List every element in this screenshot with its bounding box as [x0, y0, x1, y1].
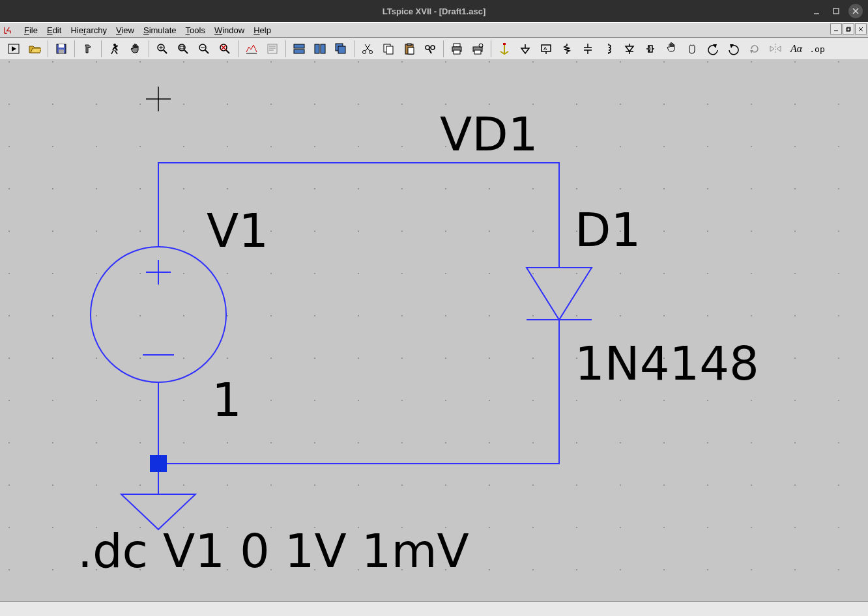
svg-rect-49	[454, 50, 460, 54]
svg-rect-31	[294, 49, 304, 53]
svg-rect-30	[294, 44, 304, 48]
halt-button[interactable]	[126, 39, 145, 59]
svg-rect-1	[833, 8, 839, 14]
inductor-button[interactable]	[599, 39, 618, 59]
window-controls	[808, 0, 864, 22]
svg-marker-67	[713, 44, 717, 48]
svg-rect-12	[59, 44, 64, 48]
mdi-close-button[interactable]	[855, 23, 867, 35]
svg-rect-35	[338, 46, 345, 53]
run-button[interactable]	[4, 39, 23, 59]
menu-simulate[interactable]: SimulateSimulate	[143, 25, 177, 35]
wire-junction[interactable]	[150, 455, 167, 472]
error-log-button[interactable]	[263, 39, 282, 59]
svg-line-16	[164, 50, 167, 53]
paste-button[interactable]	[399, 39, 419, 59]
zoom-fit-button[interactable]	[215, 39, 235, 59]
spice-directive-text[interactable]: .dc V1 0 1V 1mV	[78, 524, 469, 578]
find-button[interactable]	[420, 39, 440, 59]
window-titlebar: LTspice XVII - [Draft1.asc]	[0, 0, 868, 22]
svg-line-20	[184, 50, 188, 53]
window-title: LTspice XVII - [Draft1.asc]	[383, 7, 485, 16]
resistor-button[interactable]	[557, 39, 577, 59]
spice-directive-button[interactable]: .op	[807, 39, 827, 59]
d1-name-label[interactable]: D1	[575, 203, 641, 257]
copy-button[interactable]	[379, 39, 398, 59]
tile-h-button[interactable]	[289, 39, 309, 59]
svg-rect-47	[454, 44, 460, 47]
control-panel-button[interactable]	[78, 39, 98, 59]
component-button[interactable]	[641, 39, 660, 59]
toolbar-separator	[443, 40, 444, 57]
svg-rect-51	[474, 50, 481, 54]
menu-hierarchy[interactable]: HierarchyHierarchy	[70, 25, 107, 35]
toolbar-separator	[238, 40, 239, 57]
svg-text:A: A	[543, 46, 547, 51]
menu-edit[interactable]: EditEdit	[47, 25, 61, 35]
minimize-button[interactable]	[808, 4, 825, 18]
text-tool-label: Aα	[789, 43, 803, 55]
schematic-canvas[interactable]: VD1 V1 1 D1 1N4148 .dc V1 0 1V 1mV	[0, 59, 868, 602]
svg-rect-32	[315, 44, 319, 53]
ground-button[interactable]	[515, 39, 535, 59]
toolbar-separator	[491, 40, 491, 57]
menu-tools[interactable]: ToolsTools	[186, 25, 205, 35]
text-tool-button[interactable]: Aα	[787, 39, 806, 59]
menu-help[interactable]: HelpHelp	[253, 25, 271, 35]
close-button[interactable]	[847, 4, 864, 18]
mirror-button[interactable]	[766, 39, 785, 59]
svg-rect-29	[268, 44, 277, 53]
undo-button[interactable]	[703, 39, 723, 59]
toolbar-separator	[74, 40, 75, 57]
v1-name-label[interactable]: V1	[207, 203, 268, 258]
print-button[interactable]	[447, 39, 467, 59]
svg-rect-13	[59, 49, 64, 53]
svg-rect-21	[180, 46, 184, 49]
net-label-vd1[interactable]: VD1	[440, 107, 538, 161]
diode-button[interactable]	[620, 39, 639, 59]
menu-bar: FFileile EditEdit HierarchyHierarchy Vie…	[0, 22, 868, 38]
svg-rect-33	[321, 44, 325, 53]
mdi-restore-button[interactable]	[843, 23, 854, 35]
svg-marker-68	[730, 44, 734, 48]
autorange-button[interactable]	[242, 39, 261, 59]
print-setup-button[interactable]	[468, 39, 487, 59]
svg-rect-53	[503, 43, 506, 45]
menu-view[interactable]: ViewView	[116, 25, 134, 35]
cut-button[interactable]	[358, 39, 377, 59]
zoom-pan-button[interactable]	[173, 39, 193, 59]
svg-marker-64	[626, 46, 633, 51]
svg-line-23	[205, 50, 209, 53]
mdi-minimize-button[interactable]	[830, 23, 842, 35]
rotate-button[interactable]	[745, 39, 764, 59]
svg-marker-72	[777, 46, 781, 51]
toolbar-separator	[48, 40, 48, 57]
simulate-run-button[interactable]	[105, 39, 124, 59]
v1-value-label[interactable]: 1	[212, 372, 242, 427]
label-button[interactable]: A	[536, 39, 556, 59]
d1-value-label[interactable]: 1N4148	[575, 336, 759, 391]
drag-button[interactable]	[682, 39, 702, 59]
svg-rect-41	[407, 44, 411, 46]
maximize-button[interactable]	[828, 4, 845, 18]
save-button[interactable]	[51, 39, 71, 59]
svg-point-36	[363, 51, 366, 54]
menu-file[interactable]: FFileile	[24, 25, 38, 35]
zoom-out-button[interactable]	[194, 39, 214, 59]
toolbar-separator	[101, 40, 102, 57]
svg-marker-55	[521, 48, 529, 53]
move-button[interactable]	[661, 39, 681, 59]
wire-button[interactable]	[495, 39, 514, 59]
cascade-button[interactable]	[331, 39, 351, 59]
toolbar-separator	[149, 40, 149, 57]
toolbar-separator	[354, 40, 354, 57]
tile-v-button[interactable]	[310, 39, 330, 59]
toolbar-separator	[285, 40, 286, 57]
menu-window[interactable]: WindowWindow	[214, 25, 244, 35]
svg-rect-42	[408, 48, 414, 54]
capacitor-button[interactable]	[578, 39, 598, 59]
redo-button[interactable]	[724, 39, 744, 59]
open-button[interactable]	[25, 39, 44, 59]
dot-grid	[0, 59, 868, 602]
zoom-in-button[interactable]	[152, 39, 172, 59]
